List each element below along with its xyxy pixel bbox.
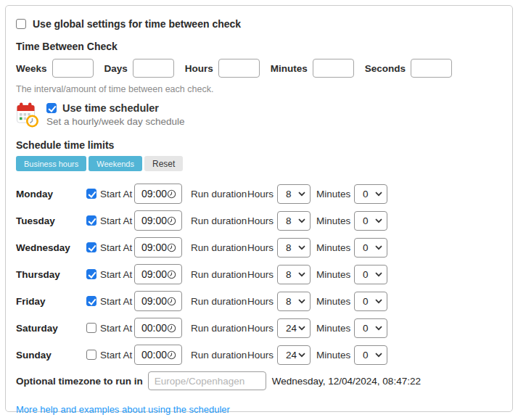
hours-select[interactable]: 8 [277,211,311,231]
minutes-select[interactable]: 0 [354,265,387,284]
start-at-label: Start At [100,296,134,307]
start-time-value[interactable] [141,349,167,361]
minutes-select[interactable]: 0 [354,345,387,365]
start-time-input[interactable] [134,264,182,284]
use-global-settings-checkbox[interactable] [16,19,26,29]
day-enabled-checkbox[interactable] [86,323,96,333]
use-global-settings-label: Use global settings for time between che… [33,18,241,30]
scheduler-settings-panel: Use global settings for time between che… [5,5,513,412]
business-hours-button[interactable]: Business hours [16,156,86,171]
start-at-label: Start At [100,269,134,280]
time-between-check-heading: Time Between Check [16,41,502,53]
start-time-value[interactable] [141,322,167,334]
chevron-down-icon [375,245,382,250]
schedule-time-limits-heading: Schedule time limits [16,139,502,152]
hours-label: Hours [247,269,277,280]
day-enabled-checkbox[interactable] [86,242,96,252]
clock-icon [167,270,176,279]
hours-label: Hours [247,242,277,253]
schedule-day-row-wednesday: Wednesday Start At Run duration Hours 8 … [16,237,502,258]
run-duration-label: Run duration [191,189,247,199]
hours-select[interactable]: 8 [277,265,311,284]
chevron-down-icon [298,272,305,277]
minutes-select[interactable]: 0 [354,292,387,311]
day-label: Friday [16,296,86,307]
minutes-input[interactable] [313,59,354,78]
start-at-label: Start At [100,215,134,226]
use-time-scheduler-checkbox[interactable] [46,103,57,113]
scheduler-header: Use time scheduler Set a hourly/week day… [16,102,502,129]
run-duration-label: Run duration [191,215,247,226]
day-enabled-checkbox[interactable] [86,296,96,306]
start-time-input[interactable] [134,291,182,311]
start-time-value[interactable] [141,215,167,226]
start-time-value[interactable] [141,242,167,253]
seconds-label: Seconds [365,63,406,74]
minutes-select[interactable]: 0 [354,318,387,338]
start-time-value[interactable] [141,268,167,280]
chevron-down-icon [298,353,305,358]
use-time-scheduler-label: Use time scheduler [62,102,159,114]
hours-label: Hours [247,215,277,226]
timezone-row: Optional timezone to run in Wednesday, 1… [16,371,502,390]
minutes-label: Minutes [316,242,354,253]
minutes-select[interactable]: 0 [354,184,387,204]
timezone-current-datetime: Wednesday, 12/04/2024, 08:47:22 [272,376,421,387]
days-input[interactable] [133,59,174,78]
minutes-label: Minutes [316,215,354,226]
start-time-input[interactable] [134,184,182,204]
reset-button[interactable]: Reset [144,156,183,171]
day-enabled-checkbox[interactable] [86,350,96,360]
schedule-day-row-friday: Friday Start At Run duration Hours 8 Min… [16,291,502,311]
day-enabled-checkbox[interactable] [86,189,96,199]
day-label: Saturday [16,323,86,334]
timezone-input[interactable] [148,371,266,390]
days-label: Days [104,63,128,74]
day-label: Thursday [16,269,86,280]
chevron-down-icon [375,272,382,277]
global-settings-row: Use global settings for time between che… [16,17,502,30]
weekends-button[interactable]: Weekends [89,156,142,171]
hours-input[interactable] [218,59,260,78]
preset-buttons-row: Business hours Weekends Reset [16,156,502,171]
chevron-down-icon [298,245,305,250]
minutes-label: Minutes [316,189,354,199]
minutes-select[interactable]: 0 [354,211,387,231]
hours-select[interactable]: 8 [277,292,311,311]
start-time-value[interactable] [141,188,167,199]
start-at-label: Start At [100,323,134,334]
chevron-down-icon [298,218,305,223]
schedule-day-row-tuesday: Tuesday Start At Run duration Hours 8 Mi… [16,210,502,231]
run-duration-label: Run duration [191,350,247,361]
hours-select[interactable]: 24 [277,318,311,338]
day-enabled-checkbox[interactable] [86,215,96,226]
start-time-input[interactable] [134,345,182,365]
scheduler-help-link[interactable]: More help and examples about using the s… [16,404,230,415]
chevron-down-icon [375,192,382,197]
day-enabled-checkbox[interactable] [86,269,96,279]
minutes-label: Minutes [316,350,354,361]
start-time-input[interactable] [134,318,182,338]
scheduler-toggle-block: Use time scheduler Set a hourly/week day… [46,102,185,127]
start-time-input[interactable] [134,210,182,231]
timezone-label: Optional timezone to run in [16,376,143,387]
seconds-input[interactable] [411,59,452,78]
hours-select[interactable]: 8 [277,238,311,258]
run-duration-label: Run duration [191,323,247,334]
weeks-input[interactable] [52,59,94,78]
hours-select[interactable]: 8 [277,184,311,204]
hours-select[interactable]: 24 [277,345,311,365]
start-time-input[interactable] [134,237,182,258]
start-at-label: Start At [100,189,134,199]
chevron-down-icon [298,192,305,197]
schedule-day-row-thursday: Thursday Start At Run duration Hours 8 M… [16,264,502,284]
chevron-down-icon [375,299,382,304]
minutes-select[interactable]: 0 [354,238,387,258]
day-label: Monday [16,189,86,199]
start-time-value[interactable] [141,295,167,307]
hours-label: Hours [247,296,277,307]
chevron-down-icon [298,326,305,331]
chevron-down-icon [375,353,382,358]
hours-label: Hours [185,63,213,74]
weeks-label: Weeks [16,63,47,74]
